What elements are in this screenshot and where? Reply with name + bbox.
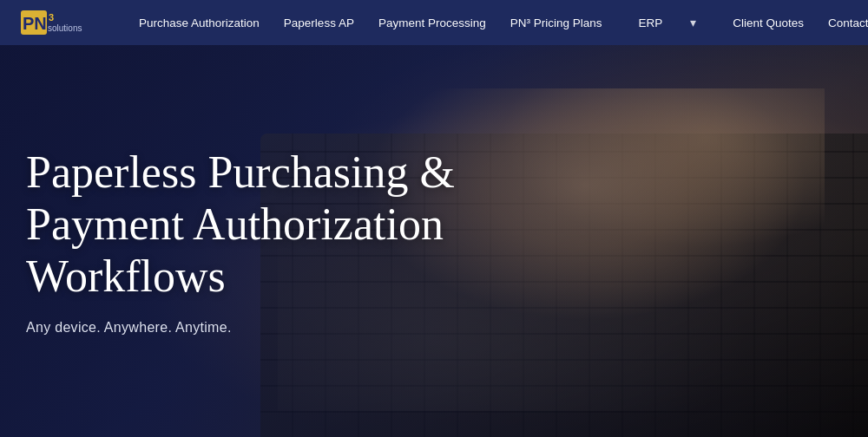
nav-item-erp[interactable]: ERP ▾ [615,16,721,29]
hero-section: Paperless Purchasing & Payment Authoriza… [0,45,868,437]
nav-item-payment-processing[interactable]: Payment Processing [366,16,498,29]
navbar: PN 3 solutions Purchase Authorization Pa… [0,0,868,45]
site-logo[interactable]: PN 3 solutions [21,7,99,38]
nav-item-contact[interactable]: Contact [816,16,868,29]
svg-text:solutions: solutions [48,23,82,33]
nav-links: Purchase Authorization Paperless AP Paym… [127,16,868,29]
svg-text:3: 3 [49,12,54,23]
hero-subtitle: Any device. Anywhere. Anytime. [26,320,469,336]
nav-item-purchase-authorization[interactable]: Purchase Authorization [127,16,272,29]
nav-item-client-quotes[interactable]: Client Quotes [720,16,816,29]
nav-item-pricing-plans[interactable]: PN³ Pricing Plans [498,16,615,29]
hero-title: Paperless Purchasing & Payment Authoriza… [26,147,469,302]
svg-text:PN: PN [23,14,47,33]
hero-content: Paperless Purchasing & Payment Authoriza… [0,45,503,437]
nav-item-paperless-ap[interactable]: Paperless AP [272,16,366,29]
chevron-down-icon: ▾ [678,16,708,29]
